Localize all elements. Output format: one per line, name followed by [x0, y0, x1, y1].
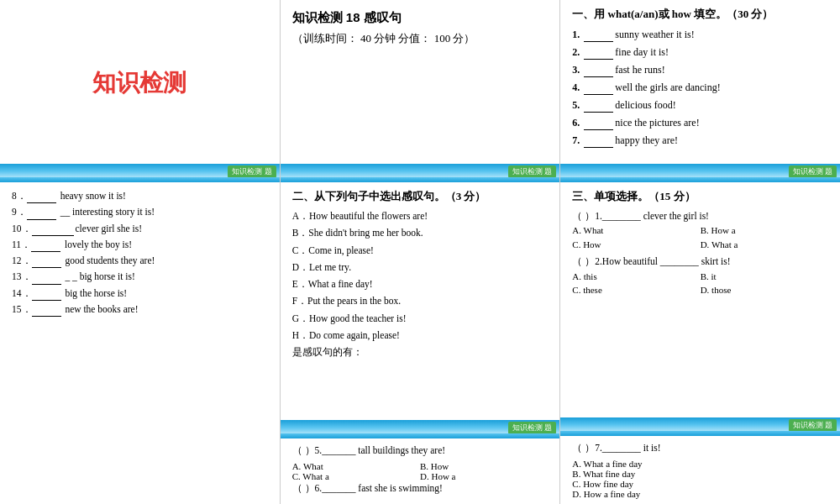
mc-option: D. What a [701, 238, 828, 252]
mc-option: B. it [701, 270, 828, 284]
list-item: 6.nice the pictures are! [572, 115, 828, 130]
answer-prompt: 是感叹句的有： [292, 345, 549, 360]
column-2: 知识检测 18 感叹句 （训练时间： 40 分钟 分值： 100 分） 知识检测… [281, 0, 561, 504]
list-item: 15． new the books are! [12, 302, 268, 317]
mc-option: A. What [572, 223, 700, 238]
list-item: 10．clever girl she is! [12, 222, 268, 236]
list-item: 3.fast he runs! [572, 62, 828, 77]
list-item: 4.well the girls are dancing! [572, 80, 828, 95]
list-item: C．Come in, please! [292, 244, 549, 258]
mc-options-5: A. What B. How C. What a D. How a [292, 461, 549, 481]
list-item: 5.delicious food! [572, 97, 828, 113]
list-item: 7.happy they are! [572, 133, 828, 148]
mc-option: C. How [572, 238, 700, 252]
col3-bottom: 三、单项选择。（15 分） （ ）1.________ clever the g… [560, 182, 840, 417]
wave-separator-1: 知识检测 题 [0, 164, 280, 182]
mc-option: C. How fine day [572, 479, 828, 489]
exam-subtitle: （训练时间： 40 分钟 分值： 100 分） [292, 31, 549, 46]
mc-option: B. What fine day [572, 469, 828, 479]
mc-option: D. those [701, 283, 828, 297]
list-item: 11． lovely the boy is! [12, 238, 268, 252]
col2-bottom: 二、从下列句子中选出感叹句。（3 分） A．How beautiful the … [281, 182, 560, 420]
mc-question-2: （ ）2.How beautiful ________ skirt is! [572, 255, 828, 269]
mc-options-1: A. What B. How a C. How D. What a [572, 223, 828, 251]
mc-question-1: （ ）1.________ clever the girl is! [572, 209, 828, 223]
wave-separator-3b: 知识检测 题 [560, 417, 840, 436]
mc-option: B. How [420, 461, 548, 471]
mc-option: A. What [292, 461, 420, 471]
section1-heading: 一、用 what(a/an)或 how 填空。（30 分） [572, 7, 828, 22]
wave-separator-3: 知识检测 题 [560, 164, 840, 182]
mc-options-7: A. What a fine day B. What fine day C. H… [572, 459, 828, 499]
col2-top: 知识检测 18 感叹句 （训练时间： 40 分钟 分值： 100 分） [281, 0, 560, 164]
mc-option: D. How a [420, 471, 548, 481]
mc-option: C. What a [292, 471, 420, 481]
list-item: F．Put the pears in the box. [292, 294, 549, 308]
mc-option: C. these [572, 283, 700, 297]
list-item: 13． _ _ big horse it is! [12, 270, 268, 284]
list-item: B．She didn't bring me her book. [292, 226, 549, 240]
col3-top: 一、用 what(a/an)或 how 填空。（30 分） 1.sunny we… [560, 0, 840, 164]
mc-question-6: （ ）6._______ fast she is swimming! [292, 481, 549, 496]
section-bar-3: 知识检测 题 [789, 165, 837, 178]
wave-separator-2b: 知识检测 题 [281, 420, 560, 438]
column-1: 知识检测 知识检测 题 8． heavy snow it is! 9． __ i… [0, 0, 281, 504]
column-3: 一、用 what(a/an)或 how 填空。（30 分） 1.sunny we… [560, 0, 840, 504]
mc-option: B. How a [701, 223, 828, 238]
list-item: 14． big the horse is! [12, 286, 268, 301]
section-bar-1: 知识检测 题 [228, 165, 276, 178]
list-item: 8． heavy snow it is! [12, 189, 268, 203]
main-title: 知识检测 [92, 67, 186, 99]
mc-item-2: （ ）2.How beautiful ________ skirt is! A.… [572, 255, 828, 297]
col1-bottom: 8． heavy snow it is! 9． __ interesting s… [0, 182, 280, 504]
section3-heading: 三、单项选择。（15 分） [572, 189, 828, 204]
section-bar-2: 知识检测 题 [508, 165, 556, 178]
col3-bottom-extra: （ ）7.________ it is! A. What a fine day … [560, 436, 840, 504]
list-item: 12． good students they are! [12, 254, 268, 268]
list-item: 2.fine day it is! [572, 45, 828, 60]
main-container: 知识检测 知识检测 题 8． heavy snow it is! 9． __ i… [0, 0, 840, 504]
list-item: G．How good the teacher is! [292, 312, 549, 326]
exam-title: 知识检测 18 感叹句 [292, 10, 549, 26]
wave-separator-2: 知识检测 题 [281, 164, 560, 182]
list-item: H．Do come again, please! [292, 328, 549, 343]
mc-option: D. How a fine day [572, 489, 828, 499]
mc-question-7: （ ）7.________ it is! [572, 441, 828, 455]
list-item: A．How beautiful the flowers are! [292, 209, 549, 223]
mc-question-5: （ ）5._______ tall buildings they are! [292, 444, 549, 458]
mc-item-1: （ ）1.________ clever the girl is! A. Wha… [572, 209, 828, 251]
section2-heading: 二、从下列句子中选出感叹句。（3 分） [292, 189, 549, 204]
list-item: 9． __ interesting story it is! [12, 205, 268, 219]
list-item: E．What a fine day! [292, 277, 549, 291]
col1-top: 知识检测 [0, 0, 280, 164]
col2-bottom-extra: （ ）5._______ tall buildings they are! A.… [281, 438, 560, 505]
mc-option: A. What a fine day [572, 459, 828, 469]
list-item: 1.sunny weather it is! [572, 27, 828, 42]
section-bar-3b: 知识检测 题 [789, 419, 837, 432]
list-item: D．Let me try. [292, 260, 549, 275]
mc-options-2: A. this B. it C. these D. those [572, 270, 828, 297]
mc-option: A. this [572, 270, 700, 284]
section-bar-2b: 知识检测 题 [508, 422, 556, 434]
